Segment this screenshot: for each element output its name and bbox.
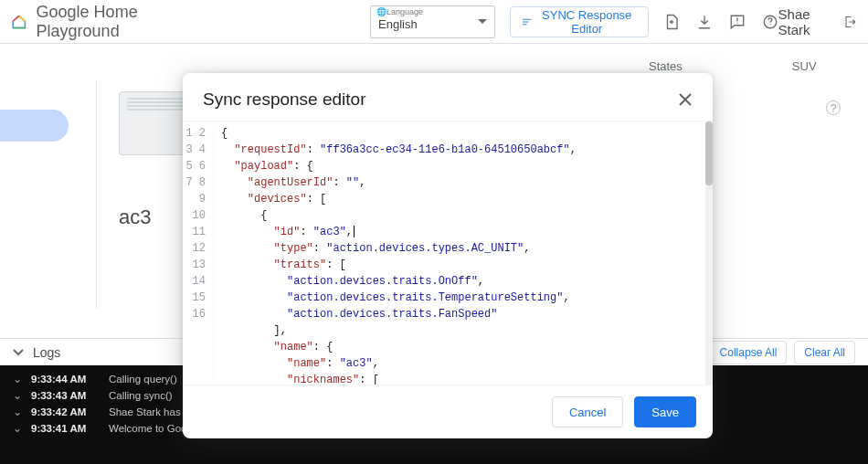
sync-editor-modal: Sync response editor 1 2 3 4 5 6 7 8 9 1… bbox=[183, 73, 713, 438]
modal-title: Sync response editor bbox=[203, 90, 366, 110]
scrollbar-thumb[interactable] bbox=[705, 121, 713, 185]
save-button[interactable]: Save bbox=[634, 396, 696, 427]
code-editor[interactable]: 1 2 3 4 5 6 7 8 9 10 11 12 13 14 15 16 {… bbox=[183, 121, 713, 385]
text-cursor bbox=[354, 226, 355, 237]
line-gutter: 1 2 3 4 5 6 7 8 9 10 11 12 13 14 15 16 bbox=[183, 125, 214, 385]
code-content[interactable]: { "requestId": "ff36a3cc-ec34-11e6-b1a0-… bbox=[214, 125, 577, 385]
close-icon[interactable] bbox=[678, 92, 693, 107]
cancel-button[interactable]: Cancel bbox=[552, 396, 623, 427]
